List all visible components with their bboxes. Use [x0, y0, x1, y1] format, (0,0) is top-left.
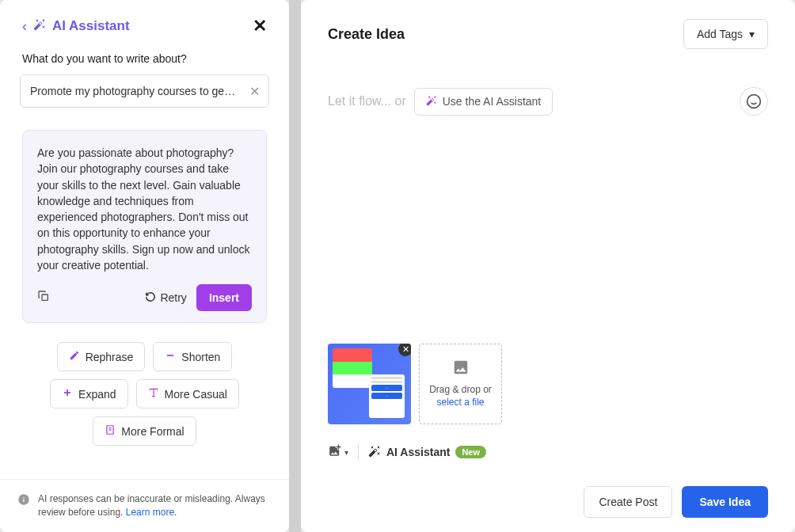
rephrase-icon — [69, 350, 80, 363]
image-plus-icon — [328, 443, 342, 461]
chevron-down-icon: ▾ — [749, 28, 755, 40]
result-text: Are you passionate about photography? Jo… — [37, 145, 252, 273]
emoji-picker-button[interactable] — [740, 87, 768, 116]
svg-rect-0 — [42, 294, 48, 300]
create-post-button[interactable]: Create Post — [584, 486, 672, 518]
content-placeholder[interactable]: Let it flow... or — [328, 94, 406, 108]
more-formal-button[interactable]: More Formal — [93, 416, 196, 446]
insert-button[interactable]: Insert — [196, 284, 252, 311]
ai-assistant-panel: ‹ AI Assistant ✕ What do you want to wri… — [0, 0, 289, 532]
learn-more-link[interactable]: Learn more. — [126, 507, 177, 518]
rephrase-button[interactable]: Rephrase — [57, 342, 146, 371]
prompt-input[interactable]: Promote my photography courses to ge… — [20, 74, 269, 108]
back-chevron-icon[interactable]: ‹ — [22, 18, 27, 35]
formal-icon — [105, 424, 116, 438]
close-icon[interactable]: ✕ — [253, 16, 267, 36]
image-icon — [452, 359, 470, 381]
expand-icon — [62, 387, 73, 401]
result-card: Are you passionate about photography? Jo… — [22, 130, 267, 323]
casual-icon — [148, 387, 159, 401]
use-ai-assistant-button[interactable]: Use the AI Assistant — [414, 88, 553, 116]
shorten-icon — [165, 350, 176, 363]
copy-icon[interactable] — [37, 290, 50, 306]
prompt-label: What do you want to write about? — [22, 52, 267, 65]
shorten-button[interactable]: Shorten — [153, 342, 232, 371]
retry-button[interactable]: Retry — [145, 291, 186, 305]
save-idea-button[interactable]: Save Idea — [682, 486, 768, 518]
image-dropdown[interactable]: ▾ — [328, 443, 348, 461]
toolbar-divider — [358, 444, 359, 460]
more-casual-button[interactable]: More Casual — [136, 379, 239, 408]
panel-divider — [289, 0, 301, 532]
wand-icon — [426, 95, 437, 108]
remove-thumbnail-icon[interactable]: ✕ — [398, 344, 411, 356]
new-badge: New — [455, 446, 486, 458]
svg-point-10 — [747, 95, 761, 108]
wand-icon — [368, 445, 381, 460]
add-tags-button[interactable]: Add Tags ▾ — [683, 19, 768, 49]
create-idea-panel: Create Idea Add Tags ▾ Let it flow... or… — [301, 0, 795, 532]
select-file-link[interactable]: select a file — [436, 397, 484, 408]
disclaimer: AI responses can be inaccurate or mislea… — [0, 479, 289, 532]
ai-assistant-toolbar-button[interactable]: AI Assistant New — [368, 445, 486, 460]
clear-input-icon[interactable]: ✕ — [249, 84, 260, 99]
media-thumbnail[interactable]: ··· ··· ✕ — [328, 344, 411, 424]
panel-title: AI Assistant — [52, 18, 130, 34]
retry-icon — [145, 291, 156, 305]
info-icon — [17, 493, 30, 509]
file-dropzone[interactable]: Drag & drop or select a file — [419, 344, 502, 424]
expand-button[interactable]: Expand — [50, 379, 127, 408]
page-title: Create Idea — [328, 26, 405, 43]
wand-icon — [33, 18, 46, 34]
chevron-down-icon: ▾ — [344, 448, 348, 457]
